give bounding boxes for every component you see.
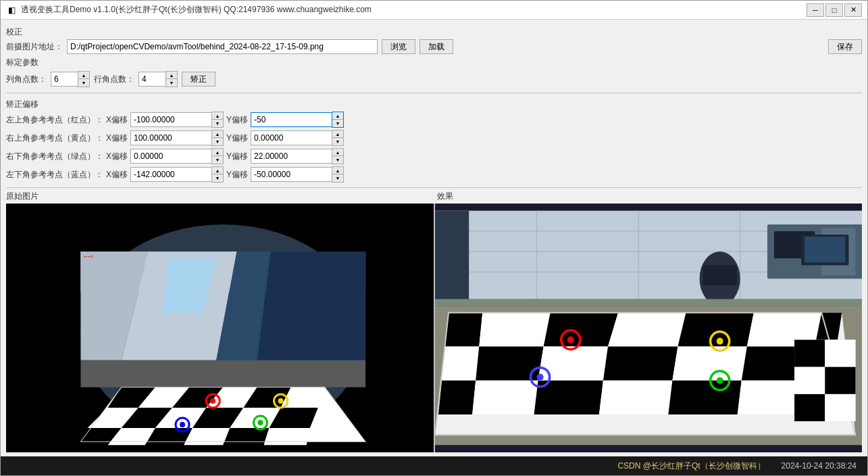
svg-marker-26: [223, 428, 269, 445]
calibrate-button[interactable]: 矫正: [182, 72, 215, 87]
svg-point-34: [180, 422, 185, 427]
svg-marker-74: [438, 381, 476, 414]
svg-rect-93: [794, 367, 825, 394]
svg-rect-57: [435, 299, 863, 306]
row-corners-input[interactable]: [138, 72, 165, 87]
main-window: ◧ 透视变换工具Demo v1.1.0(长沙红胖子Qt(长沙创微智科) QQ:2…: [0, 0, 868, 476]
bottom-right-x-spin-down[interactable]: ▼: [212, 156, 223, 164]
bottom-right-y-label: Y偏移: [226, 151, 248, 162]
svg-marker-78: [668, 381, 741, 414]
bottom-left-x-spin-up[interactable]: ▲: [212, 167, 223, 174]
load-button[interactable]: 加载: [419, 39, 453, 54]
svg-text:←→↑: ←→↑: [84, 254, 93, 260]
original-label: 原始图片: [6, 191, 432, 202]
top-right-offset-row: 右上角参考考点（黄点）： X偏移 ▲ ▼ Y偏移 ▲ ▼: [6, 130, 862, 146]
bottom-right-x-label: X偏移: [106, 151, 128, 162]
top-left-x-spin-up[interactable]: ▲: [212, 112, 223, 120]
svg-marker-68: [476, 347, 543, 381]
close-button[interactable]: ✕: [844, 3, 862, 17]
svg-rect-95: [794, 394, 825, 421]
top-right-x-spin-down[interactable]: ▼: [212, 138, 223, 145]
bottom-left-x-label: X偏移: [106, 169, 128, 181]
corners-row: 列角点数： ▲ ▼ 行角点数： ▲ ▼ 矫正: [6, 71, 862, 87]
title-bar: ◧ 透视变换工具Demo v1.1.0(长沙红胖子Qt(长沙创微智科) QQ:2…: [1, 1, 867, 20]
main-content: 校正 前摄图片地址： 浏览 加载 保存 标定参数 列角点数： ▲ ▼ 行角点数：: [1, 20, 867, 456]
row-corners-spinbox-btns: ▲ ▼: [165, 71, 178, 87]
svg-rect-91: [794, 340, 825, 367]
images-labels: 原始图片 效果: [6, 191, 862, 202]
top-right-x-input[interactable]: [130, 130, 211, 145]
svg-point-32: [278, 398, 284, 404]
bottom-right-y-spinbox: ▲ ▼: [251, 148, 344, 164]
bottom-left-y-spin-up[interactable]: ▲: [332, 167, 343, 174]
col-corners-spinbox: ▲ ▼: [51, 71, 90, 87]
top-right-y-spin-down[interactable]: ▼: [332, 138, 343, 145]
top-right-x-spin-up[interactable]: ▲: [212, 130, 223, 138]
svg-point-30: [210, 398, 215, 404]
row-corners-spin-down[interactable]: ▼: [166, 79, 177, 87]
save-button[interactable]: 保存: [828, 39, 862, 54]
filepath-label: 前摄图片地址：: [6, 41, 63, 53]
bottom-right-y-spin-down[interactable]: ▼: [332, 156, 343, 164]
svg-marker-75: [472, 381, 538, 414]
svg-rect-96: [825, 394, 855, 421]
top-left-x-spinbox: ▲ ▼: [130, 112, 224, 128]
svg-point-87: [536, 374, 543, 381]
ref-bottom-right-label: 右下角参考考点（绿点）：: [6, 151, 103, 162]
top-left-y-label: Y偏移: [226, 114, 248, 126]
bottom-left-y-input[interactable]: [251, 167, 332, 182]
bottom-right-x-spin-up[interactable]: ▲: [212, 149, 223, 156]
browse-button[interactable]: 浏览: [382, 39, 415, 54]
bottom-left-y-spinbox-btns: ▲ ▼: [332, 166, 344, 183]
top-left-y-spin-down[interactable]: ▼: [332, 120, 343, 127]
effect-image-svg: [435, 204, 863, 452]
divider-2: [6, 187, 862, 188]
calibration-section-title: 校正: [6, 26, 862, 38]
bottom-left-x-spinbox-btns: ▲ ▼: [211, 166, 224, 183]
top-right-x-label: X偏移: [106, 133, 128, 144]
col-corners-input[interactable]: [51, 72, 78, 87]
ref-bottom-left-label: 左下角参考考点（蓝点）：: [6, 169, 103, 181]
top-left-y-spin-up[interactable]: ▲: [332, 112, 343, 120]
original-image-panel: ←→↑: [6, 204, 434, 452]
svg-marker-8: [80, 360, 365, 387]
top-right-y-label: Y偏移: [226, 133, 248, 144]
top-left-x-label: X偏移: [106, 114, 128, 126]
bottom-left-offset-row: 左下角参考考点（蓝点）： X偏移 ▲ ▼ Y偏移 ▲ ▼: [6, 166, 862, 183]
top-right-y-spinbox-btns: ▲ ▼: [332, 130, 344, 146]
window-title: 透视变换工具Demo v1.1.0(长沙红胖子Qt(长沙创微智科) QQ:214…: [21, 4, 807, 16]
bottom-left-x-spin-down[interactable]: ▼: [212, 174, 223, 182]
top-left-x-input[interactable]: [130, 112, 211, 127]
top-right-y-spin-up[interactable]: ▲: [332, 130, 343, 138]
top-left-x-spinbox-btns: ▲ ▼: [211, 112, 224, 128]
bottom-left-x-input[interactable]: [130, 167, 211, 182]
col-corners-spin-up[interactable]: ▲: [78, 72, 89, 79]
bottom-right-offset-row: 右下角参考考点（绿点）： X偏移 ▲ ▼ Y偏移 ▲ ▼: [6, 148, 862, 164]
svg-point-83: [567, 337, 573, 343]
ref-top-right-label: 右上角参考考点（黄点）：: [6, 133, 103, 144]
minimize-button[interactable]: ─: [807, 3, 824, 17]
top-right-y-input[interactable]: [251, 130, 332, 145]
col-corners-spin-down[interactable]: ▼: [78, 79, 89, 87]
bottom-right-y-spinbox-btns: ▲ ▼: [332, 148, 344, 164]
svg-marker-7: [257, 252, 365, 360]
bottom-right-y-spin-up[interactable]: ▲: [332, 149, 343, 156]
top-left-x-spin-down[interactable]: ▼: [212, 120, 223, 127]
svg-marker-77: [598, 381, 671, 414]
images-container: ←→↑: [6, 204, 862, 452]
original-image-svg: ←→↑: [6, 204, 434, 452]
bottom-right-x-input[interactable]: [130, 149, 211, 164]
top-left-y-spinbox: ▲ ▼: [251, 112, 344, 128]
svg-rect-56: [805, 237, 845, 262]
bottom-right-y-input[interactable]: [251, 149, 332, 164]
bottom-bar: CSDN @长沙红胖子Qt（长沙创微智科） 2024-10-24 20:38:2…: [1, 456, 867, 475]
svg-point-89: [716, 377, 723, 384]
bottom-left-y-spin-down[interactable]: ▼: [332, 174, 343, 182]
offset-section-title: 矫正偏移: [6, 99, 862, 110]
bottom-left-y-spinbox: ▲ ▼: [251, 166, 344, 183]
top-left-y-input[interactable]: [251, 112, 332, 127]
bottom-right-x-spinbox: ▲ ▼: [130, 148, 224, 164]
restore-button[interactable]: □: [825, 3, 843, 17]
row-corners-spin-up[interactable]: ▲: [166, 72, 177, 79]
filepath-input[interactable]: [67, 39, 378, 54]
